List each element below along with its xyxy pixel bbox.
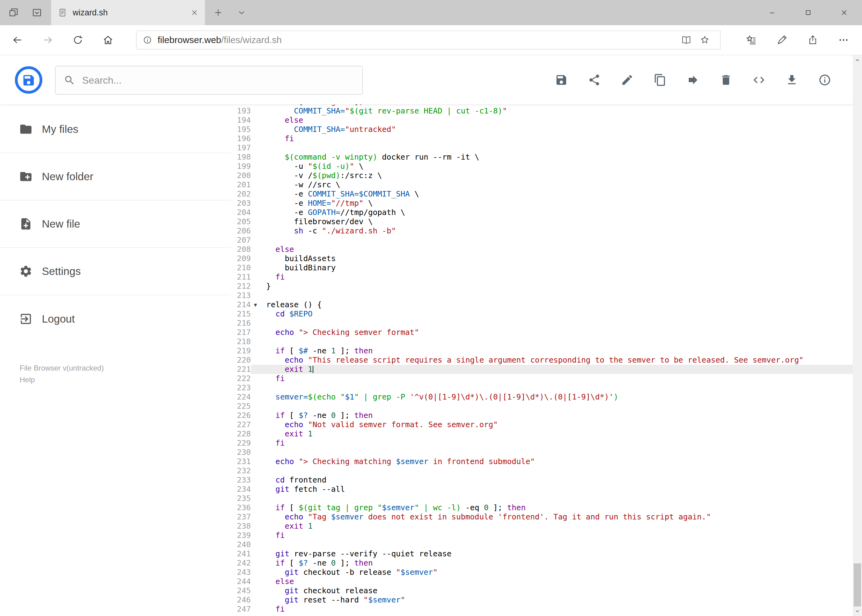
tab-preview-button[interactable] (28, 4, 46, 21)
save-button[interactable] (545, 55, 578, 105)
code-line-199[interactable]: 199 -u "$(id -u)" \ (231, 162, 853, 171)
fold-arrow-icon[interactable]: ▾ (251, 300, 266, 310)
edit-button[interactable] (611, 55, 643, 105)
code-line-211[interactable]: 211 fi (231, 272, 853, 282)
sidebar-item-new-file[interactable]: New file (0, 201, 231, 248)
code-line-194[interactable]: 194 else (231, 116, 853, 125)
code-line-231[interactable]: 231 echo "> Checking matching $semver in… (231, 457, 853, 466)
code-line-202[interactable]: 202 -e COMMIT_SHA=$COMMIT_SHA \ (231, 189, 853, 199)
annotate-button[interactable] (767, 25, 797, 55)
code-line-214[interactable]: 214▾release () { (231, 300, 853, 310)
code-line-195[interactable]: 195 COMMIT_SHA="untracked" (231, 125, 853, 134)
code-line-226[interactable]: 226 if [ $? -ne 0 ]; then (231, 411, 853, 420)
delete-button[interactable] (709, 55, 742, 105)
code-editor[interactable]: 192 if [ -d ".git" ]; then193 COMMIT_SHA… (231, 105, 853, 616)
code-line-203[interactable]: 203 -e HOME="//tmp" \ (231, 199, 853, 208)
sidebar-item-logout[interactable]: Logout (0, 295, 231, 343)
code-line-193[interactable]: 193 COMMIT_SHA="$(git rev-parse HEAD | c… (231, 107, 853, 116)
code-line-244[interactable]: 244 else (231, 577, 853, 586)
code-line-242[interactable]: 242 if [ $? -ne 0 ]; then (231, 558, 853, 568)
code-line-246[interactable]: 246 git reset --hard "$semver" (231, 596, 853, 605)
code-line-240[interactable]: 240 (231, 540, 853, 549)
code-line-236[interactable]: 236 if [ $(git tag | grep "$semver" | wc… (231, 503, 853, 512)
code-line-217[interactable]: 217 echo "> Checking semver format" (231, 328, 853, 337)
maximize-button[interactable] (790, 0, 826, 25)
code-line-233[interactable]: 233 cd frontend (231, 475, 853, 485)
sidebar-item-my-files[interactable]: My files (0, 106, 231, 153)
share-button[interactable] (578, 55, 611, 105)
code-line-215[interactable]: 215 cd $REPO (231, 310, 853, 319)
code-line-239[interactable]: 239 fi (231, 531, 853, 540)
code-line-198[interactable]: 198 $(command -v winpty) docker run --rm… (231, 152, 853, 162)
code-line-212[interactable]: 212} (231, 282, 853, 291)
code-line-200[interactable]: 200 -v /$(pwd):/src:z \ (231, 171, 853, 180)
code-line-205[interactable]: 205 filebrowser/dev \ (231, 217, 853, 226)
new-tab-button[interactable] (208, 2, 229, 23)
address-bar[interactable]: filebrowser.web/files/wizard.sh (136, 30, 721, 50)
code-line-209[interactable]: 209 buildAssets (231, 254, 853, 263)
download-button[interactable] (775, 55, 808, 105)
share-page-button[interactable] (797, 25, 828, 55)
code-line-210[interactable]: 210 buildBinary (231, 263, 853, 272)
code-line-197[interactable]: 197 (231, 143, 853, 152)
line-content: filebrowser/dev \ (251, 217, 853, 226)
add-favorite-button[interactable] (695, 31, 714, 49)
site-info-icon[interactable] (143, 35, 152, 45)
close-button[interactable] (826, 0, 862, 25)
forward-button[interactable] (33, 25, 63, 55)
code-line-238[interactable]: 238 exit 1 (231, 522, 853, 531)
code-line-221[interactable]: 221 exit 1 (231, 365, 853, 374)
raw-code-button[interactable] (742, 55, 775, 105)
info-button[interactable] (808, 55, 841, 105)
code-line-208[interactable]: 208 else (231, 245, 853, 254)
set-aside-tabs-button[interactable] (5, 4, 22, 21)
copy-button[interactable] (643, 55, 676, 105)
code-line-220[interactable]: 220 echo "This release script requires a… (231, 355, 853, 365)
code-line-230[interactable]: 230 (231, 448, 853, 457)
code-line-229[interactable]: 229 fi (231, 438, 853, 448)
back-button[interactable] (2, 25, 33, 55)
sidebar-item-settings[interactable]: Settings (0, 248, 231, 295)
code-line-228[interactable]: 228 exit 1 (231, 429, 853, 438)
move-button[interactable] (676, 55, 709, 105)
filebrowser-logo[interactable] (14, 66, 43, 94)
code-line-224[interactable]: 224 semver=$(echo "$1" | grep -P '^v(0|[… (231, 393, 853, 402)
code-line-227[interactable]: 227 echo "Not valid semver format. See s… (231, 420, 853, 429)
code-line-223[interactable]: 223 (231, 383, 853, 393)
scroll-down-arrow[interactable] (853, 606, 862, 616)
code-line-206[interactable]: 206 sh -c "./wizard.sh -b" (231, 226, 853, 236)
scrollbar-thumb[interactable] (854, 563, 861, 607)
browser-tab[interactable]: wizard.sh (51, 0, 205, 25)
code-line-204[interactable]: 204 -e GOPATH=//tmp/gopath \ (231, 208, 853, 217)
code-line-218[interactable]: 218 (231, 337, 853, 346)
scroll-up-arrow[interactable] (853, 55, 862, 65)
reading-view-button[interactable] (677, 31, 695, 49)
tab-list-dropdown-button[interactable] (232, 2, 252, 23)
search-box[interactable] (55, 66, 363, 95)
more-options-button[interactable] (828, 25, 859, 55)
code-line-196[interactable]: 196 fi (231, 134, 853, 143)
hub-favorites-button[interactable] (736, 25, 767, 55)
search-input[interactable] (82, 75, 354, 86)
sidebar-item-new-folder[interactable]: New folder (0, 153, 231, 201)
code-line-245[interactable]: 245 git checkout release (231, 586, 853, 596)
code-line-201[interactable]: 201 -w //src \ (231, 180, 853, 189)
code-line-234[interactable]: 234 git fetch --all (231, 485, 853, 494)
code-line-216[interactable]: 216 (231, 319, 853, 328)
code-line-235[interactable]: 235 (231, 494, 853, 503)
code-line-232[interactable]: 232 (231, 466, 853, 475)
code-line-225[interactable]: 225 (231, 402, 853, 411)
code-line-243[interactable]: 243 git checkout -b release "$semver" (231, 568, 853, 577)
minimize-button[interactable] (754, 0, 790, 25)
home-button[interactable] (93, 25, 123, 55)
code-line-219[interactable]: 219 if [ $# -ne 1 ]; then (231, 346, 853, 355)
code-line-241[interactable]: 241 git rev-parse --verify --quiet relea… (231, 549, 853, 558)
code-line-222[interactable]: 222 fi (231, 374, 853, 383)
code-line-213[interactable]: 213 (231, 291, 853, 300)
code-line-207[interactable]: 207 (231, 236, 853, 245)
code-line-247[interactable]: 247 fi (231, 605, 853, 614)
refresh-button[interactable] (63, 25, 93, 55)
tab-close-icon[interactable] (191, 9, 198, 16)
help-link[interactable]: Help (20, 374, 104, 386)
code-line-237[interactable]: 237 echo "Tag $semver does not exist in … (231, 512, 853, 522)
